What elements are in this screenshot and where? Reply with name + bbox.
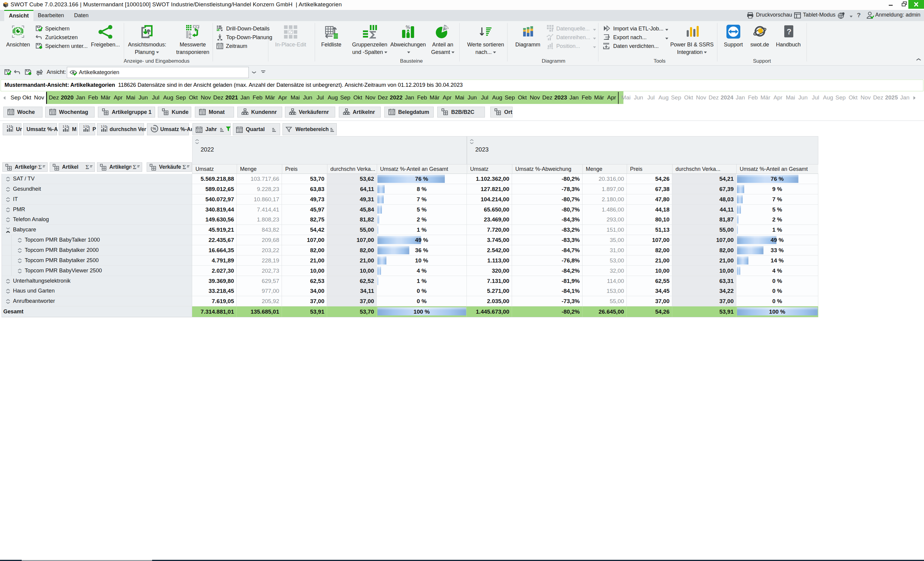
- svg-text:2: 2: [66, 125, 68, 128]
- svg-text:2: 2: [10, 125, 12, 128]
- svg-text:Σ: Σ: [183, 164, 186, 170]
- svg-text:1: 1: [101, 125, 103, 128]
- svg-text:%: %: [152, 126, 156, 131]
- svg-text:Σ: Σ: [133, 164, 136, 170]
- svg-text:Σ: Σ: [86, 164, 89, 170]
- svg-text:Σ: Σ: [38, 164, 42, 170]
- svg-text:2: 2: [189, 35, 191, 39]
- svg-text:1: 1: [83, 125, 85, 128]
- svg-text:%: %: [406, 25, 410, 30]
- svg-text:%: %: [444, 25, 448, 30]
- svg-text:2: 2: [87, 125, 89, 128]
- svg-text:?: ?: [787, 27, 792, 36]
- svg-text:1: 1: [63, 125, 64, 128]
- svg-text:2: 2: [105, 125, 106, 128]
- svg-text:1: 1: [7, 125, 8, 128]
